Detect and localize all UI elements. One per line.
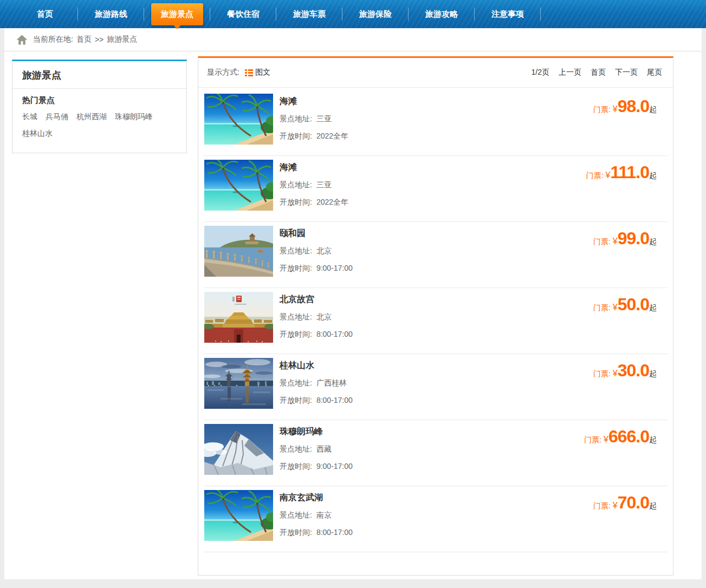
- attraction-name[interactable]: 海滩: [280, 162, 348, 173]
- attraction-row: 桂林山水 景点地址:广西桂林 开放时间:8:00-17:00 门票:¥30.0起: [204, 354, 668, 420]
- display-mode-label: 显示方式:: [207, 68, 239, 77]
- price-label: 门票:: [593, 237, 611, 246]
- attraction-image[interactable]: [204, 424, 273, 475]
- attraction-row: 颐和园 景点地址:北京 开放时间:9:00-17:00 门票:¥99.0起: [204, 222, 668, 288]
- nav-item-label: 旅游车票: [293, 9, 326, 19]
- nav-item-label: 餐饮住宿: [227, 9, 260, 19]
- attraction-address: 景点地址:北京: [280, 246, 353, 256]
- attraction-image[interactable]: [204, 94, 273, 145]
- page-status: 1/2页: [532, 68, 549, 77]
- breadcrumb-home-link[interactable]: 首页: [76, 35, 92, 44]
- attraction-open-time: 开放时间:8:00-17:00: [280, 396, 353, 406]
- list-view-icon[interactable]: [245, 69, 253, 76]
- page-link-4[interactable]: 尾页: [647, 68, 662, 77]
- attraction-row: 海滩 景点地址:三亚 开放时间:2022全年 门票:¥111.0起: [204, 156, 668, 222]
- hot-spot-link-2[interactable]: 兵马俑: [46, 108, 68, 125]
- ticket-price: 门票:¥99.0起: [593, 228, 657, 249]
- attraction-name[interactable]: 北京故宫: [280, 294, 353, 305]
- address-label: 景点地址:: [280, 378, 312, 387]
- time-value: 2022全年: [316, 132, 348, 140]
- sidebar: 旅游景点 热门景点 长城兵马俑杭州西湖珠穆朗玛峰桂林山水: [12, 60, 187, 153]
- attraction-name[interactable]: 颐和园: [280, 228, 353, 239]
- ticket-price: 门票:¥666.0起: [584, 427, 657, 447]
- price-suffix: 起: [649, 369, 657, 378]
- attraction-open-time: 开放时间:9:00-17:00: [280, 462, 353, 472]
- hot-spot-link-4[interactable]: 珠穆朗玛峰: [115, 108, 153, 125]
- price-suffix: 起: [649, 105, 657, 114]
- price-label: 门票:: [584, 435, 601, 444]
- address-value: 三亚: [316, 180, 332, 189]
- hot-spot-link-3[interactable]: 杭州西湖: [76, 108, 107, 125]
- time-value: 9:00-17:00: [316, 264, 353, 272]
- nav-item-3[interactable]: 旅游景点: [144, 0, 210, 28]
- content-area: 旅游景点 热门景点 长城兵马俑杭州西湖珠穆朗玛峰桂林山水 显示方式:: [4, 51, 702, 576]
- nav-item-8[interactable]: 注意事项: [475, 0, 541, 28]
- hot-spot-link-1[interactable]: 长城: [22, 108, 37, 125]
- currency-symbol: ¥: [613, 369, 618, 378]
- display-mode: 显示方式: 图文: [207, 68, 270, 77]
- price-suffix: 起: [649, 501, 657, 510]
- address-label: 景点地址:: [280, 445, 312, 453]
- breadcrumb-separator: >>: [95, 35, 103, 44]
- price-label: 门票:: [593, 501, 611, 510]
- nav-item-label: 旅游攻略: [425, 9, 458, 19]
- attraction-image[interactable]: [204, 226, 273, 277]
- nav-item-1[interactable]: 首页: [12, 0, 78, 28]
- time-value: 2022全年: [316, 198, 348, 206]
- attraction-open-time: 开放时间:9:00-17:00: [280, 264, 353, 273]
- attraction-image[interactable]: [204, 292, 273, 343]
- currency-symbol: ¥: [613, 501, 618, 510]
- attraction-address: 景点地址:广西桂林: [280, 378, 353, 388]
- attraction-info: 海滩 景点地址:三亚 开放时间:2022全年: [280, 96, 348, 149]
- attraction-open-time: 开放时间:2022全年: [280, 132, 348, 141]
- ticket-price: 门票:¥111.0起: [586, 162, 657, 182]
- breadcrumb: 当前所在地: 首页 >> 旅游景点: [4, 28, 702, 51]
- attraction-info: 南京玄武湖 景点地址:南京 开放时间:8:00-17:00: [280, 492, 353, 545]
- attraction-name[interactable]: 珠穆朗玛峰: [280, 426, 353, 437]
- sidebar-title: 旅游景点: [12, 61, 186, 89]
- nav-item-2[interactable]: 旅游路线: [78, 0, 144, 28]
- time-label: 开放时间:: [280, 132, 312, 140]
- attraction-open-time: 开放时间:8:00-17:00: [280, 330, 353, 339]
- price-label: 门票:: [593, 105, 611, 114]
- attraction-address: 景点地址:三亚: [280, 180, 348, 190]
- attraction-row: 南京玄武湖 景点地址:南京 开放时间:8:00-17:00 门票:¥70.0起: [204, 486, 668, 552]
- home-icon: [16, 35, 28, 45]
- time-value: 8:00-17:00: [316, 528, 353, 537]
- attraction-name[interactable]: 海滩: [280, 96, 348, 107]
- attraction-name[interactable]: 南京玄武湖: [280, 492, 353, 504]
- attraction-list: 海滩 景点地址:三亚 开放时间:2022全年 门票:¥98.0起: [198, 88, 673, 552]
- attraction-image[interactable]: [204, 358, 273, 409]
- currency-symbol: ¥: [613, 237, 618, 246]
- page-link-1[interactable]: 上一页: [559, 68, 581, 77]
- nav-item-7[interactable]: 旅游攻略: [409, 0, 475, 28]
- address-label: 景点地址:: [280, 312, 312, 321]
- display-mode-value[interactable]: 图文: [255, 68, 270, 77]
- price-value: 50.0: [618, 295, 649, 314]
- hot-spot-link-5[interactable]: 桂林山水: [22, 125, 53, 142]
- time-label: 开放时间:: [280, 330, 312, 338]
- attraction-image[interactable]: [204, 490, 273, 541]
- hot-spots-section: 热门景点 长城兵马俑杭州西湖珠穆朗玛峰桂林山水: [12, 89, 186, 142]
- price-suffix: 起: [649, 435, 657, 444]
- nav-item-5[interactable]: 旅游车票: [276, 0, 342, 28]
- ticket-price: 门票:¥70.0起: [593, 493, 657, 513]
- attraction-info: 海滩 景点地址:三亚 开放时间:2022全年: [280, 162, 348, 215]
- attraction-name[interactable]: 桂林山水: [280, 360, 353, 371]
- nav-item-4[interactable]: 餐饮住宿: [210, 0, 276, 28]
- page-link-3[interactable]: 下一页: [615, 68, 638, 77]
- attraction-image[interactable]: [204, 160, 273, 211]
- price-suffix: 起: [649, 237, 657, 246]
- address-value: 南京: [316, 511, 332, 519]
- nav-item-label: 旅游路线: [95, 9, 127, 19]
- currency-symbol: ¥: [613, 303, 618, 312]
- price-label: 门票:: [586, 171, 604, 180]
- page-body: 当前所在地: 首页 >> 旅游景点 旅游景点 热门景点 长城兵马俑杭州西湖珠穆朗…: [4, 28, 702, 579]
- attraction-info: 颐和园 景点地址:北京 开放时间:9:00-17:00: [280, 228, 353, 281]
- price-value: 70.0: [618, 493, 649, 512]
- address-label: 景点地址:: [280, 114, 312, 123]
- hot-spot-links: 长城兵马俑杭州西湖珠穆朗玛峰桂林山水: [22, 108, 177, 142]
- price-label: 门票:: [593, 369, 611, 378]
- page-link-2[interactable]: 首页: [591, 68, 606, 77]
- nav-item-6[interactable]: 旅游保险: [342, 0, 409, 28]
